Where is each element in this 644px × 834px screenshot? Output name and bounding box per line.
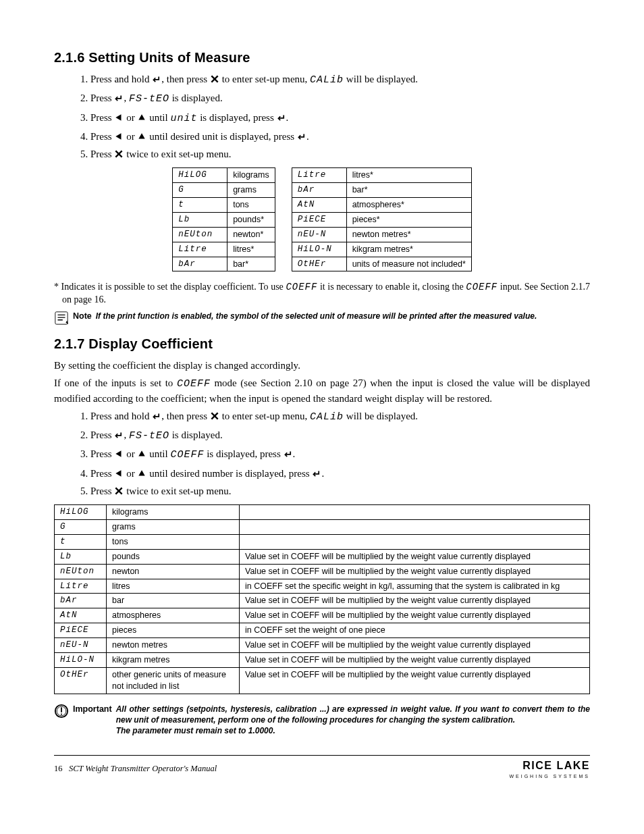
unit-code-cell: HiLO-N xyxy=(292,242,346,257)
enter-icon xyxy=(297,132,306,141)
left-arrow-icon xyxy=(114,113,124,122)
steps-216: Press and hold , then press to enter set… xyxy=(74,72,590,161)
unit-label-cell: atmospheres* xyxy=(346,198,471,213)
table-row: LbpoundsValue set in COEFF will be multi… xyxy=(55,549,590,564)
important-label: Important xyxy=(73,704,112,715)
table-row: bArbarValue set in COEFF will be multipl… xyxy=(55,594,590,608)
step-216-5: Press twice to exit set-up menu. xyxy=(90,147,590,161)
table-row: ttons xyxy=(173,198,275,213)
coeff-table: HiLOGkilogramsGgramsttonsLbpoundsValue s… xyxy=(54,504,590,694)
table-row: Litrelitres* xyxy=(292,168,471,183)
step-217-4: Press or until desired number is display… xyxy=(90,467,590,480)
section-216-heading: 2.1.6 Setting Units of Measure xyxy=(54,49,590,67)
table-row: Litrelitresin COEFF set the specific wei… xyxy=(55,579,590,594)
note-216: Note If the print function is enabled, t… xyxy=(54,311,590,325)
unit-code-cell: Litre xyxy=(173,242,227,257)
table-row: bArbar* xyxy=(173,257,275,271)
table-row: PiECEpieces* xyxy=(292,212,471,227)
coeff-desc-cell xyxy=(240,520,590,535)
coeff-desc-cell: Value set in COEFF will be multiplied by… xyxy=(240,652,590,667)
brand-sub: WEIGHING SYSTEMS xyxy=(509,773,590,779)
up-arrow-icon xyxy=(137,132,146,141)
table-row: Ggrams xyxy=(55,520,590,535)
table-row: ttons xyxy=(55,534,590,549)
coeff-unit-cell: kilograms xyxy=(107,505,240,520)
step-216-2: Press , FS-tEO is displayed. xyxy=(90,91,590,106)
coeff-unit-cell: other generic units of measure not inclu… xyxy=(107,667,240,694)
coeff-code: COEFF xyxy=(177,378,211,390)
coeff-unit-cell: bar xyxy=(107,594,240,608)
step-216-1: Press and hold , then press to enter set… xyxy=(90,72,590,87)
brand-name: RICE LAKE xyxy=(509,758,590,773)
calib-code: CALib xyxy=(310,411,344,423)
coeff-desc-cell xyxy=(240,534,590,549)
coeff-code-cell: HiLO-N xyxy=(55,652,107,667)
enter-icon xyxy=(152,411,161,421)
unit-code-cell: HiLOG xyxy=(173,168,227,183)
coeff-code-cell: PiECE xyxy=(55,623,107,638)
unit-code-cell: nEU-N xyxy=(292,227,346,242)
coeff-desc-cell: in COEFF set the specific weight in kg/l… xyxy=(240,579,590,594)
unit-code-cell: G xyxy=(173,183,227,198)
page-number: 16 xyxy=(54,764,63,773)
table-row: Lbpounds* xyxy=(173,212,275,227)
coeff-unit-cell: grams xyxy=(107,520,240,535)
table-row: nEU-Nnewton metresValue set in COEFF wil… xyxy=(55,638,590,653)
coeff-desc-cell: Value set in COEFF will be multiplied by… xyxy=(240,638,590,653)
unit-label-cell: bar* xyxy=(227,257,275,271)
unit-code-cell: bAr xyxy=(292,183,346,198)
unit-code-cell: t xyxy=(173,198,227,213)
x-icon xyxy=(114,149,124,159)
section-217-heading: 2.1.7 Display Coefficient xyxy=(54,335,590,353)
note-label: Note xyxy=(73,311,92,322)
unit-code-cell: Litre xyxy=(292,168,346,183)
fsteo-code: FS-tEO xyxy=(129,430,169,442)
calib-code: CALib xyxy=(310,74,344,86)
table-row: nEUtonnewton* xyxy=(173,227,275,242)
enter-icon xyxy=(312,469,321,478)
intro-217: By setting the coefficient the display i… xyxy=(54,359,590,372)
steps-217: Press and hold , then press to enter set… xyxy=(74,409,590,498)
unit-label-cell: pounds* xyxy=(227,212,275,227)
secnum-217: 2.1.7 xyxy=(54,336,84,351)
coeff-code-cell: nEUton xyxy=(55,564,107,579)
enter-icon xyxy=(284,449,293,459)
coeff-code-cell: Litre xyxy=(55,579,107,594)
secnum-216: 2.1.6 xyxy=(54,50,84,65)
coeff-unit-cell: pieces xyxy=(107,623,240,638)
important-text-1: All other settings (setpoints, hysteresi… xyxy=(116,704,590,725)
unit-code-cell: nEUton xyxy=(173,227,227,242)
footnote-216: * Indicates it is possible to set the di… xyxy=(62,281,590,307)
unit-code-cell: Lb xyxy=(173,212,227,227)
unit-label-cell: units of measure not included* xyxy=(346,257,471,271)
page-footer: 16 SCT Weight Transmitter Operator's Man… xyxy=(54,755,590,779)
coeff-unit-cell: newton xyxy=(107,564,240,579)
sectitle-216: Setting Units of Measure xyxy=(88,50,250,65)
coeff-unit-cell: litres xyxy=(107,579,240,594)
table-row: HiLOGkilograms xyxy=(173,168,275,183)
coeff-desc-cell: Value set in COEFF will be multiplied by… xyxy=(240,594,590,608)
table-row: AtNatmospheres* xyxy=(292,198,471,213)
table-row: HiLO-Nkikgram metres* xyxy=(292,242,471,257)
left-arrow-icon xyxy=(114,132,124,141)
left-arrow-icon xyxy=(114,449,124,459)
step-217-2: Press , FS-tEO is displayed. xyxy=(90,428,590,443)
coeff-code-cell: Lb xyxy=(55,549,107,564)
unit-label-cell: pieces* xyxy=(346,212,471,227)
table-row: nEU-Nnewton metres* xyxy=(292,227,471,242)
enter-icon xyxy=(152,74,161,84)
brand-logo: RICE LAKE WEIGHING SYSTEMS xyxy=(509,758,590,779)
up-arrow-icon xyxy=(137,469,146,478)
x-icon xyxy=(210,74,219,84)
coeff-code-cell: AtN xyxy=(55,608,107,623)
coeff-code-cell: G xyxy=(55,520,107,535)
unit-code-cell: bAr xyxy=(173,257,227,271)
unit-label-cell: tons xyxy=(227,198,275,213)
unit-label-cell: kilograms xyxy=(227,168,275,183)
table-row: nEUtonnewtonValue set in COEFF will be m… xyxy=(55,564,590,579)
table-row: OtHErother generic units of measure not … xyxy=(55,667,590,694)
table-row: bArbar* xyxy=(292,183,471,198)
coeff-code-cell: HiLOG xyxy=(55,505,107,520)
coeff-code-cell: nEU-N xyxy=(55,638,107,653)
coeff-desc-cell xyxy=(240,505,590,520)
